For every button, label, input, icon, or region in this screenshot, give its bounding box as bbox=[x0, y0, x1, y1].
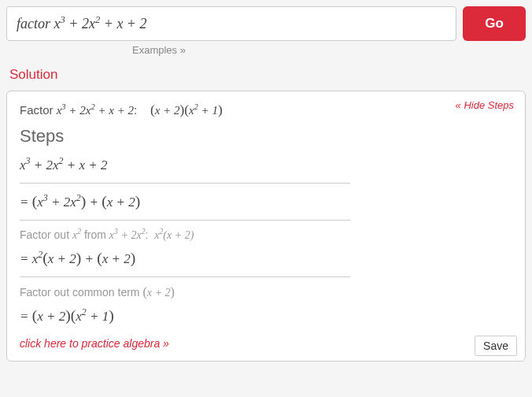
step-expression: = (x + 2)(x2 + 1) bbox=[20, 304, 512, 328]
steps-heading: Steps bbox=[20, 126, 512, 147]
solution-heading: Solution bbox=[9, 67, 526, 83]
step-divider bbox=[20, 183, 350, 184]
problem-statement: Factor x3 + 2x2 + x + 2: (x + 2)(x2 + 1) bbox=[20, 102, 512, 118]
steps-list: x3 + 2x2 + x + 2= (x3 + 2x2) + (x + 2)Fa… bbox=[20, 154, 512, 328]
go-button[interactable]: Go bbox=[463, 6, 526, 41]
examples-link[interactable]: Examples » bbox=[6, 44, 526, 56]
solution-card: « Hide Steps Factor x3 + 2x2 + x + 2: (x… bbox=[6, 91, 526, 362]
problem-result: (x + 2)(x2 + 1) bbox=[150, 103, 223, 117]
search-query: factor x3 + 2x2 + x + 2 bbox=[17, 16, 147, 32]
search-row: factor x3 + 2x2 + x + 2 Go bbox=[6, 6, 526, 41]
practice-link[interactable]: click here to practice algebra » bbox=[20, 337, 512, 350]
step-hint: Factor out x2 from x3 + 2x2: x2(x + 2) bbox=[20, 228, 512, 242]
problem-label: Factor bbox=[20, 103, 54, 117]
save-button[interactable]: Save bbox=[475, 336, 517, 356]
step-hint: Factor out common term (x + 2) bbox=[20, 285, 512, 299]
step-expression: = x2(x + 2) + (x + 2) bbox=[20, 247, 512, 270]
hide-steps-link[interactable]: « Hide Steps bbox=[456, 99, 514, 111]
step-expression: x3 + 2x2 + x + 2 bbox=[20, 154, 512, 176]
problem-expression: x3 + 2x2 + x + 2: bbox=[57, 103, 138, 117]
step-expression: = (x3 + 2x2) + (x + 2) bbox=[20, 190, 512, 213]
search-input[interactable]: factor x3 + 2x2 + x + 2 bbox=[6, 6, 456, 41]
step-divider bbox=[20, 276, 350, 277]
step-divider bbox=[20, 220, 350, 221]
